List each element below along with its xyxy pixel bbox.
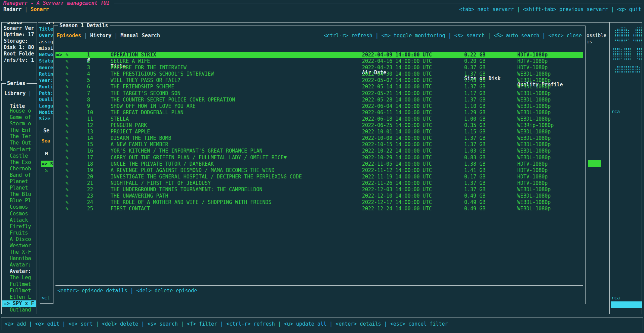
episode-title: THE GREAT DODGEBALL PLAN: [111, 110, 184, 116]
series-list-item[interactable]: Hanniba: [2, 255, 36, 262]
episode-size-on-disk: 1.37 GB: [464, 186, 485, 193]
episode-row[interactable]: ✎2SECURE A WIFE2022-04-16 14:00:00 UTC0.…: [53, 58, 585, 65]
episode-title: FIRST CONTACT: [111, 206, 150, 212]
episode-number: 3: [87, 65, 90, 71]
season-details-modal: Season 1 Details Episodes | History | Ma…: [53, 26, 586, 304]
episode-row[interactable]: ✎18UNCLE THE PRIVATE TUTOR / DAYBREAK202…: [53, 161, 585, 167]
episode-row[interactable]: ✎14DISARM THE TIME BOMB2022-10-08 14:00:…: [53, 135, 585, 141]
stats-line: Uptime: 17: [4, 32, 36, 38]
episode-row[interactable]: ✎4THE PRESTIGIOUS SCHOOL'S INTERVIEW2022…: [53, 71, 585, 77]
episode-title: SECURE A WIFE: [111, 58, 150, 65]
stats-line: Root Folde: [4, 51, 36, 57]
tab-radarr[interactable]: Radarr: [3, 6, 22, 13]
overview-text-fragment: missi: [39, 45, 54, 51]
episode-row[interactable]: ✎9SHOW OFF HOW IN LOVE YOU ARE2022-06-04…: [53, 103, 585, 110]
episode-row[interactable]: ✎3PREPARE FOR THE INTERVIEW2022-04-23 14…: [53, 65, 585, 71]
series-list-item[interactable]: The Out: [2, 140, 36, 146]
series-list-item[interactable]: Planet: [2, 185, 36, 191]
series-list-item[interactable]: Game of: [2, 114, 36, 121]
episode-row[interactable]: ✎8THE COUNTER-SECRET POLICE COVER OPERAT…: [53, 97, 585, 103]
episode-air-date: 2022-05-07 14:00:00 UTC: [362, 77, 432, 84]
episode-row[interactable]: ✎17CARRY OUT THE GRIFFIN PLAN / FULLMETA…: [53, 155, 585, 161]
episode-air-date: 2022-05-14 14:00:00 UTC: [362, 84, 432, 90]
series-list-item[interactable]: The Ter: [2, 133, 36, 140]
series-list-item[interactable]: Cosmos: [2, 211, 36, 217]
series-list-item[interactable]: The Blu: [2, 191, 36, 198]
servarr-tab-bar: Radarr | Sonarr: [3, 6, 49, 13]
episode-row[interactable]: ✎23THE UNWAVERING PATH2022-12-10 14:00:0…: [53, 193, 585, 199]
seasons-tab-fragment[interactable]: Sea: [42, 138, 50, 144]
episode-row[interactable]: ✎16YOR'S KITCHEN / THE INFORMANT'S GREAT…: [53, 148, 585, 154]
series-list-item[interactable]: Moriart: [2, 147, 36, 153]
episode-air-date: 2022-11-19 14:00:00 UTC: [362, 174, 432, 180]
episode-row[interactable]: ✎12PENGUIN PARK2022-06-25 14:00:00 UTC0.…: [53, 122, 585, 129]
series-list-item[interactable]: Westwor: [2, 243, 36, 249]
episode-number: 10: [87, 110, 93, 116]
episode-row[interactable]: ✎20INVESTIGATE THE GENERAL HOSPITAL / DE…: [53, 174, 585, 180]
episode-quality-profile: HDTV-1080p: [517, 167, 548, 174]
series-list-item[interactable]: Cosmos: [2, 204, 36, 210]
episode-row[interactable]: ✎13PROJECT APPLE2022-10-01 14:00:00 UTC1…: [53, 129, 585, 135]
series-list-item[interactable]: The Exo: [2, 159, 36, 166]
episode-row[interactable]: ✎6THE FRIENDSHIP SCHEME2022-05-14 14:00:…: [53, 84, 585, 90]
tab-sonarr[interactable]: Sonarr: [31, 6, 49, 13]
series-list-item[interactable]: The X-F: [2, 249, 36, 255]
tab-library[interactable]: Library: [4, 90, 26, 97]
episode-quality-profile: WEBDL-1080p: [517, 186, 551, 193]
episode-row[interactable]: ✎25FIRST CONTACT2022-12-24 14:00:00 UTC0…: [53, 206, 585, 212]
series-list-item[interactable]: The Enf: [2, 127, 36, 133]
episode-row[interactable]: ✎21NIGHTFALL / FIRST FIT OF JEALOUSY2022…: [53, 180, 585, 186]
episode-number: 2: [87, 58, 90, 65]
series-list-item[interactable]: Blue Pl: [2, 198, 36, 204]
episode-row[interactable]: ✎24THE ROLE OF A MOTHER AND WIFE / SHOPP…: [53, 199, 585, 206]
right-column-selection-block: [611, 301, 642, 308]
episode-row[interactable]: ✎22THE UNDERGROUND TENNIS TOURNAMENT: TH…: [53, 186, 585, 193]
episode-title: CARRY OUT THE GRIFFIN PLAN / FULLMETAL L…: [111, 155, 287, 161]
selected-row-prefix: =>: [56, 52, 62, 58]
series-list-item[interactable]: Planet: [2, 178, 36, 185]
episode-row[interactable]: ✎10THE GREAT DODGEBALL PLAN2022-06-11 14…: [53, 110, 585, 116]
series-list-item[interactable]: House o: [2, 108, 36, 114]
episode-row[interactable]: =>✎1OPERATION STRIX2022-04-09 14:00:00 U…: [53, 52, 585, 58]
series-list-item[interactable]: Storm o: [2, 121, 36, 127]
series-list-item[interactable]: Fullmet: [2, 288, 36, 294]
series-list-item[interactable]: Fruits: [2, 230, 36, 236]
episode-row[interactable]: ✎5WILL THEY PASS OR FAIL?2022-05-07 14:0…: [53, 77, 585, 84]
episode-size-on-disk: 0.37 GB: [464, 65, 485, 71]
tab-manual-search[interactable]: Manual Search: [121, 33, 160, 39]
episode-row[interactable]: ✎7THE TARGET'S SECOND SON2022-05-21 14:0…: [53, 90, 585, 97]
field-label: Netwo: [39, 51, 54, 58]
seasons-row-fragment[interactable]: S: [45, 167, 48, 174]
series-list-item[interactable]: Attack: [2, 217, 36, 223]
series-list-item[interactable]: Firefly: [2, 223, 36, 230]
monitored-pencil-icon: ✎: [66, 90, 69, 97]
episode-air-date: 2022-10-29 14:00:00 UTC: [362, 155, 432, 161]
episode-number: 15: [87, 141, 93, 148]
episode-row[interactable]: ✎15A NEW FAMILY MEMBER2022-10-15 14:00:0…: [53, 141, 585, 148]
series-panel: Series Library | Title House oGame ofSto…: [1, 83, 37, 314]
series-list-item[interactable]: => SPY x F: [2, 300, 36, 307]
episode-air-date: 2022-06-04 14:00:00 UTC: [362, 103, 432, 110]
episode-rows: =>✎1OPERATION STRIX2022-04-09 14:00:00 U…: [53, 52, 585, 212]
series-list-item[interactable]: The Leg: [2, 275, 36, 281]
library-tab-divider: |: [28, 90, 31, 97]
tab-episodes[interactable]: Episodes: [57, 33, 81, 39]
episode-number: 9: [87, 103, 90, 110]
series-list-item[interactable]: Band of: [2, 172, 36, 178]
bottom-keybind-hints: <a> add | <e> edit | <o> sort | <del> de…: [5, 321, 448, 327]
episode-quality-profile: WEBDL-1080p: [517, 148, 551, 154]
series-list-item[interactable]: Avatar:: [2, 262, 36, 268]
series-list-item[interactable]: Fullmet: [2, 281, 36, 288]
series-list-item[interactable]: Elfen L: [2, 294, 36, 300]
tab-divider: |: [25, 6, 28, 13]
tab-history[interactable]: History: [90, 33, 111, 39]
episode-row[interactable]: ✎19A REVENGE PLOT AGAINST DESMOND / MAMA…: [53, 167, 585, 174]
episode-quality-profile: WEBDL-1080p: [517, 199, 551, 206]
series-list-item[interactable]: Outland: [2, 307, 36, 313]
series-list-item[interactable]: Avatar:: [2, 268, 36, 275]
episode-row[interactable]: ✎11STELLA2022-06-18 14:00:00 UTC1.00 GBW…: [53, 116, 585, 122]
episode-title: A REVENGE PLOT AGAINST DESMOND / MAMA BE…: [111, 167, 275, 174]
series-list-item[interactable]: Castle: [2, 153, 36, 159]
series-list-item[interactable]: A Disco: [2, 236, 36, 243]
series-list-item[interactable]: Chernob: [2, 166, 36, 172]
